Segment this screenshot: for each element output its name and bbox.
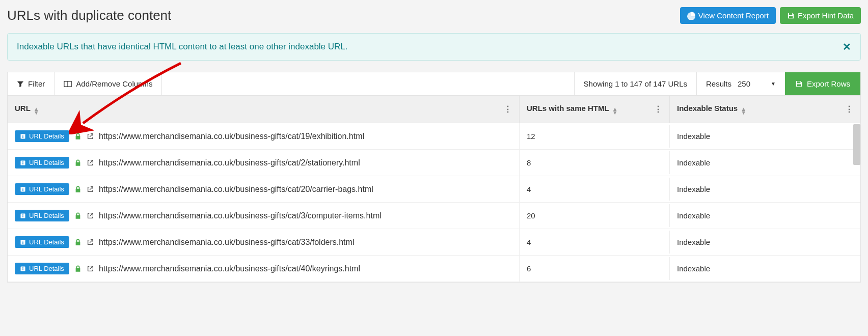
info-icon — [20, 266, 26, 272]
column-header-status-label: Indexable Status — [677, 104, 738, 113]
lock-icon — [74, 212, 82, 219]
close-icon[interactable]: ✕ — [843, 41, 851, 53]
info-icon — [20, 160, 26, 166]
url-details-button[interactable]: URL Details — [15, 130, 69, 142]
count-cell: 20 — [520, 204, 670, 227]
url-details-label: URL Details — [29, 185, 64, 193]
table-toolbar: Filter Add/Remove Columns Showing 1 to 1… — [7, 72, 861, 95]
url-details-button[interactable]: URL Details — [15, 210, 69, 221]
external-link-icon[interactable] — [87, 186, 94, 193]
column-menu-icon[interactable]: ⋮ — [654, 104, 662, 114]
results-label: Results — [706, 79, 731, 88]
chevron-down-icon: ▼ — [771, 81, 776, 87]
external-link-icon[interactable] — [87, 239, 94, 246]
svg-rect-7 — [22, 162, 23, 164]
info-icon — [20, 133, 26, 139]
url-details-label: URL Details — [29, 265, 64, 272]
url-text[interactable]: https://www.merchandisemania.co.uk/busin… — [99, 158, 360, 167]
showing-count-text: Showing 1 to 147 of 147 URLs — [584, 79, 687, 88]
svg-rect-4 — [22, 136, 23, 138]
pie-chart-icon — [687, 12, 695, 20]
filter-icon — [17, 80, 24, 88]
url-text[interactable]: https://www.merchandisemania.co.uk/busin… — [99, 238, 355, 247]
url-details-label: URL Details — [29, 159, 64, 166]
showing-count: Showing 1 to 147 of 147 URLs — [574, 72, 696, 95]
svg-rect-6 — [22, 161, 23, 162]
status-cell: Indexable — [670, 204, 860, 227]
svg-rect-9 — [22, 188, 23, 189]
count-cell: 4 — [520, 178, 670, 201]
url-details-button[interactable]: URL Details — [15, 183, 69, 195]
external-link-icon[interactable] — [87, 159, 94, 166]
lock-icon — [74, 132, 82, 140]
scrollbar-thumb[interactable] — [853, 124, 860, 165]
svg-rect-12 — [22, 214, 23, 215]
info-alert: Indexable URLs that have identical HTML … — [7, 33, 861, 61]
svg-rect-13 — [22, 215, 23, 217]
lock-icon — [74, 159, 82, 166]
sort-icon: ▲▼ — [741, 107, 746, 115]
page-title: URLs with duplicate content — [7, 8, 171, 23]
svg-rect-3 — [22, 135, 23, 136]
status-cell: Indexable — [670, 231, 860, 254]
info-icon — [20, 186, 26, 192]
external-link-icon[interactable] — [87, 265, 94, 272]
url-details-label: URL Details — [29, 238, 64, 246]
url-text[interactable]: https://www.merchandisemania.co.uk/busin… — [99, 264, 360, 273]
url-details-button[interactable]: URL Details — [15, 157, 69, 169]
url-details-button[interactable]: URL Details — [15, 263, 69, 274]
count-cell: 12 — [520, 125, 670, 148]
table-row: URL Details https://www.merchandisemania… — [8, 229, 860, 256]
table-row: URL Details https://www.merchandisemania… — [8, 123, 860, 150]
external-link-icon[interactable] — [87, 133, 94, 140]
column-header-count[interactable]: URLs with same HTML▲▼ ⋮ — [520, 96, 670, 123]
view-content-report-button[interactable]: View Content Report — [680, 7, 776, 24]
filter-label: Filter — [28, 79, 45, 88]
data-table: URL▲▼ ⋮ URLs with same HTML▲▼ ⋮ Indexabl… — [7, 95, 861, 283]
status-cell: Indexable — [670, 257, 860, 280]
export-rows-button[interactable]: Export Rows — [785, 72, 860, 95]
svg-rect-10 — [22, 189, 23, 191]
lock-icon — [74, 265, 82, 272]
column-header-count-label: URLs with same HTML — [527, 104, 609, 113]
column-menu-icon[interactable]: ⋮ — [504, 104, 512, 114]
column-header-url-label: URL — [15, 104, 31, 113]
table-row: URL Details https://www.merchandisemania… — [8, 150, 860, 176]
svg-rect-19 — [22, 268, 23, 270]
url-text[interactable]: https://www.merchandisemania.co.uk/busin… — [99, 185, 373, 194]
url-details-label: URL Details — [29, 212, 64, 219]
url-text[interactable]: https://www.merchandisemania.co.uk/busin… — [99, 132, 364, 141]
columns-icon — [64, 80, 72, 88]
filter-button[interactable]: Filter — [8, 72, 55, 95]
url-text[interactable]: https://www.merchandisemania.co.uk/busin… — [99, 211, 382, 220]
column-menu-icon[interactable]: ⋮ — [845, 104, 853, 114]
svg-rect-18 — [22, 267, 23, 268]
export-hint-data-label: Export Hint Data — [798, 11, 854, 20]
results-per-page[interactable]: Results 250 ▼ — [696, 72, 785, 95]
count-cell: 6 — [520, 257, 670, 280]
export-rows-label: Export Rows — [807, 79, 850, 88]
view-content-report-label: View Content Report — [698, 11, 769, 20]
alert-text: Indexable URLs that have identical HTML … — [17, 42, 348, 52]
svg-rect-16 — [22, 242, 23, 244]
external-link-icon[interactable] — [87, 212, 94, 219]
save-icon — [787, 12, 795, 19]
column-header-status[interactable]: Indexable Status▲▼ ⋮ — [670, 96, 860, 123]
table-row: URL Details https://www.merchandisemania… — [8, 203, 860, 229]
status-cell: Indexable — [670, 151, 860, 174]
info-icon — [20, 213, 26, 219]
export-icon — [795, 80, 803, 88]
url-details-button[interactable]: URL Details — [15, 236, 69, 248]
table-row: URL Details https://www.merchandisemania… — [8, 176, 860, 203]
results-value: 250 — [738, 79, 750, 88]
sort-icon: ▲▼ — [612, 107, 618, 115]
status-cell: Indexable — [670, 125, 860, 148]
add-remove-columns-button[interactable]: Add/Remove Columns — [55, 72, 162, 95]
lock-icon — [74, 185, 82, 193]
column-header-url[interactable]: URL▲▼ ⋮ — [8, 96, 520, 123]
lock-icon — [74, 238, 82, 246]
toolbar-spacer — [162, 72, 574, 95]
info-icon — [20, 239, 26, 245]
table-row: URL Details https://www.merchandisemania… — [8, 256, 860, 282]
export-hint-data-button[interactable]: Export Hint Data — [780, 7, 861, 24]
